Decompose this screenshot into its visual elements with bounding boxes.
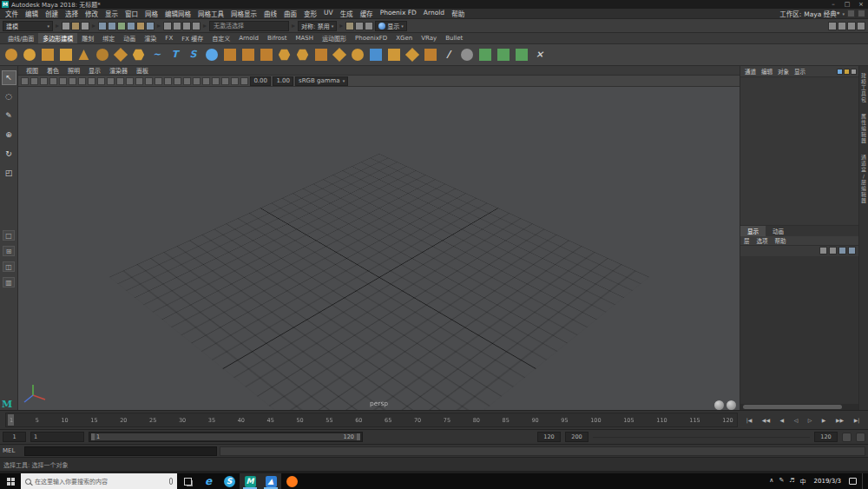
2d-pan-zoom-icon[interactable] [69,77,76,85]
channel-box-toggle-icon[interactable] [847,22,856,30]
horizontal-scrollbar[interactable] [740,404,858,410]
maya-taskbar-icon[interactable]: M [240,473,260,489]
shelf-tool-button[interactable]: T [168,48,182,63]
pen-settings-icon[interactable]: ✎ [779,477,784,486]
colorspace-dropdown[interactable]: sRGB gamma ▾ [295,76,348,86]
menu-item[interactable]: 编辑网格 [161,9,194,18]
camera-attributes-icon[interactable] [40,77,48,85]
shelf-tab[interactable]: PhoenixFD [351,34,391,43]
menu-item[interactable]: 缓存 [357,9,377,18]
range-slider-bar[interactable]: 1 120 [89,432,363,442]
highlight-selection-icon[interactable] [192,22,201,30]
sidebar-vertical-tab[interactable]: 属性编辑器 [860,114,868,144]
group-separator[interactable]: ▸ [202,22,207,30]
menu-item[interactable]: 变形 [300,9,320,18]
input-connections-icon[interactable] [163,22,172,30]
layout-four-pane-icon[interactable]: ⊞ [3,246,15,256]
grid-icon[interactable] [88,77,95,85]
shelf-tool-button[interactable] [204,48,219,63]
task-view-button[interactable] [177,478,198,486]
sidebar-vertical-tab[interactable]: 建模工具包 [860,73,868,103]
layer-editor-menu-item[interactable]: 层 [740,236,753,245]
layer-editor-menu-item[interactable]: 帮助 [772,236,790,245]
group-separator[interactable]: ▸ [91,22,96,30]
menu-item[interactable]: 显示 [102,9,122,18]
motion-blur-icon[interactable] [212,77,220,85]
gamma-field[interactable]: 1.00 [273,76,293,86]
go-to-end-button[interactable]: ▶| [854,417,860,423]
bookmark-icon[interactable] [49,77,57,85]
range-end-handle[interactable] [357,433,360,440]
snap-to-view-plane-icon[interactable] [146,22,155,30]
shelf-tool-button[interactable] [222,48,237,63]
shelf-tool-button[interactable] [240,48,255,63]
panel-menu-item[interactable]: 着色 [43,66,63,75]
layer-list-area[interactable] [740,256,858,404]
firefox-icon[interactable] [281,473,302,489]
shelf-tool-button[interactable]: S [186,48,201,63]
grease-pencil-icon[interactable] [78,77,86,85]
tray-expand-icon[interactable]: ∧ [769,477,773,486]
shelf-tab[interactable]: Arnold [234,34,263,43]
auto-keyframe-button[interactable] [842,433,852,442]
save-scene-icon[interactable] [81,22,89,30]
snap-to-grid-icon[interactable] [98,22,107,30]
shelf-tab[interactable]: Bullet [441,34,467,43]
modeling-toolkit-toggle-icon[interactable] [857,22,865,30]
multisample-aa-icon[interactable] [221,77,229,85]
render-current-frame-icon[interactable] [345,22,354,30]
open-scene-icon[interactable] [71,22,80,30]
menu-item[interactable]: 网格显示 [227,9,260,18]
wireframe-icon[interactable] [155,77,162,85]
layer-mode-icon[interactable] [819,247,827,254]
new-scene-icon[interactable] [62,22,70,30]
lasso-tool-icon[interactable]: ◌ [3,90,16,103]
menu-item[interactable]: 编辑 [22,9,42,18]
channel-box-menu-item[interactable]: 对象 [775,67,792,76]
shelf-tab[interactable]: 绑定 [98,33,119,43]
exposure-field[interactable]: 0.00 [250,76,271,86]
panel-menu-item[interactable]: 视图 [22,66,43,75]
group-separator[interactable]: ▸ [291,22,296,30]
layout-single-pane-icon[interactable]: □ [3,230,15,241]
time-slider[interactable]: 1510152025303540455055606570758085909510… [5,413,738,427]
field-chart-icon[interactable] [126,77,134,85]
shelf-tool-button[interactable] [131,48,146,63]
show-desktop-button[interactable] [862,473,865,489]
shelf-tab[interactable]: 自定义 [207,33,234,43]
workspace-selector[interactable]: Maya 经典* [804,9,839,18]
menu-item[interactable]: 生成 [337,9,357,18]
menu-item[interactable]: 帮助 [448,9,468,18]
paint-select-tool-icon[interactable]: ✎ [3,109,16,122]
shelf-tool-button[interactable] [423,48,437,63]
shelf-tool-button[interactable] [40,48,55,63]
depth-of-field-icon[interactable] [231,77,239,85]
symmetry-dropdown[interactable]: 对称: 禁用 ▾ [298,21,337,31]
shelf-tab[interactable]: 多边形建模 [38,33,77,43]
shelf-tool-button[interactable]: × [532,48,547,63]
tool-settings-toggle-icon[interactable] [838,22,846,30]
skype-icon[interactable]: S [219,473,240,489]
shelf-tab[interactable]: 动画 [119,33,140,43]
layer-visibility-icon[interactable] [829,247,837,254]
panel-menu-item[interactable]: 显示 [84,66,105,75]
shelf-tab[interactable]: FX [161,34,177,43]
output-connections-icon[interactable] [173,22,181,30]
corner-sphere-icon[interactable] [727,400,736,410]
shelf-tool-button[interactable] [514,48,529,63]
channel-box-menu-item[interactable]: 编辑 [759,67,775,76]
snap-to-point-icon[interactable] [117,22,126,30]
shelf-tool-button[interactable] [368,48,383,63]
step-forward-key-button[interactable]: ▶▶ [836,417,844,423]
step-back-key-button[interactable]: ◀◀ [762,417,770,423]
edge-browser-icon[interactable]: e [198,473,219,489]
shelf-tool-button[interactable] [76,48,91,63]
animation-start-field[interactable]: 1 [3,432,26,442]
go-to-start-button[interactable]: |◀ [746,417,753,423]
sidebar-vertical-tab[interactable]: 通道盒/层编辑器 [860,155,868,204]
channel-settings-icon[interactable] [851,69,857,75]
playback-start-field[interactable]: 1 [30,432,84,442]
step-back-frame-button[interactable]: ◀ [780,417,785,423]
shelf-tool-button[interactable] [496,48,510,63]
shelf-tool-button[interactable] [404,48,419,63]
